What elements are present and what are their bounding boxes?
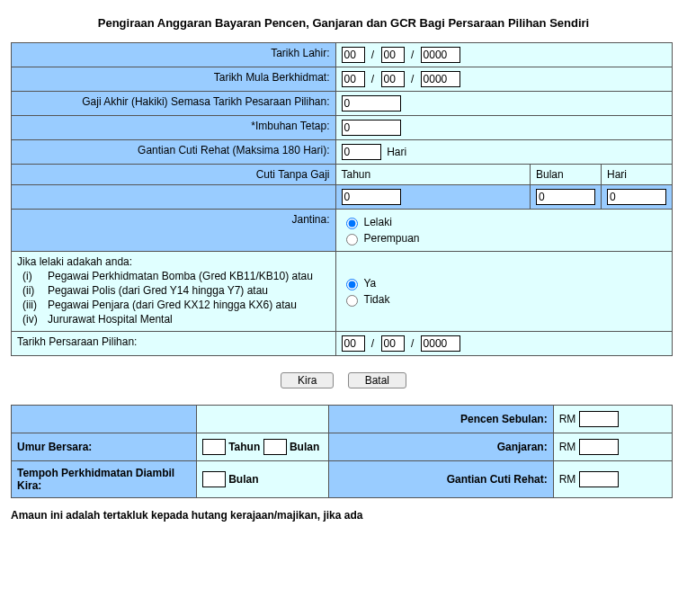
- date-separator: /: [411, 49, 414, 61]
- service-start-day-input[interactable]: [342, 71, 365, 87]
- umur-bulan-output: [263, 439, 287, 455]
- service-start-year-input[interactable]: [421, 71, 460, 87]
- result-ganjaran-output: [579, 439, 619, 455]
- result-label-umur: Umur Bersara:: [12, 433, 197, 461]
- label-cuti-tanpa-gaji: Cuti Tanpa Gaji: [12, 165, 336, 185]
- result-label-pencen: Pencen Sebulan:: [328, 406, 553, 433]
- date-separator: /: [371, 337, 374, 350]
- label-tarikh-lahir: Tarikh Lahir:: [12, 43, 336, 67]
- radio-tidak[interactable]: [346, 295, 358, 307]
- radio-tidak-label: Tidak: [364, 293, 390, 306]
- radio-ya-label: Ya: [364, 277, 377, 290]
- footer-note: Amaun ini adalah tertakluk kepada hutang…: [11, 509, 676, 522]
- cat-2: Pegawai Polis (dari Gred Y14 hingga Y7) …: [48, 284, 268, 297]
- unit-bulan: Bulan: [228, 473, 258, 486]
- label-gcr: Gantian Cuti Rehat (Maksima 180 Hari):: [12, 140, 336, 165]
- ctg-bulan-input[interactable]: [536, 189, 595, 205]
- retire-month-input[interactable]: [381, 335, 405, 352]
- unit-tahun: Tahun: [228, 441, 260, 453]
- label-tarikh-persaraan: Tarikh Persaraan Pilihan:: [12, 332, 336, 356]
- results-table: Pencen Sebulan: RM Umur Bersara: Tahun B…: [11, 405, 673, 498]
- dob-day-input[interactable]: [342, 47, 365, 63]
- lelaki-question-cell: Jika lelaki adakah anda: (i)Pegawai Perk…: [12, 252, 336, 332]
- radio-ya[interactable]: [346, 279, 358, 290]
- result-gcr-output: [579, 471, 619, 487]
- cat-3: Pegawai Penjara (dari Gred KX12 hingga K…: [48, 299, 297, 311]
- batal-button[interactable]: Batal: [348, 372, 406, 388]
- service-start-month-input[interactable]: [381, 71, 405, 87]
- retire-year-input[interactable]: [421, 335, 460, 352]
- rm-label: RM: [559, 473, 576, 486]
- dob-month-input[interactable]: [381, 47, 405, 63]
- cat-4: Jururawat Hospital Mental: [48, 313, 173, 326]
- kira-button[interactable]: Kira: [281, 372, 334, 388]
- unit-bulan: Bulan: [290, 441, 319, 453]
- list-num: (iii): [22, 299, 48, 311]
- result-label-ganjaran: Ganjaran:: [328, 433, 553, 461]
- ctg-hari-input[interactable]: [607, 189, 666, 205]
- unit-hari: Hari: [387, 146, 406, 158]
- gcr-days-input[interactable]: [342, 144, 381, 160]
- page-title: Pengiraan Anggaran Bayaran Pencen, Ganja…: [11, 16, 676, 30]
- input-form-table: Tarikh Lahir: / / Tarikh Mula Berkhidmat…: [11, 42, 673, 356]
- result-label-tempoh: Tempoh Perkhidmatan Diambil Kira:: [12, 461, 197, 498]
- umur-tahun-output: [202, 439, 226, 455]
- header-hari: Hari: [601, 165, 672, 185]
- radio-perempuan[interactable]: [346, 234, 358, 246]
- radio-lelaki-label: Lelaki: [364, 216, 392, 228]
- list-num: (iv): [22, 313, 48, 326]
- cat-1: Pegawai Perkhidmatan Bomba (Gred KB11/KB…: [48, 270, 313, 282]
- result-label-gcr: Gantian Cuti Rehat:: [328, 461, 553, 498]
- label-tarikh-mula: Tarikh Mula Berkhidmat:: [12, 67, 336, 92]
- rm-label: RM: [559, 413, 576, 425]
- dob-year-input[interactable]: [421, 47, 460, 63]
- date-separator: /: [411, 73, 414, 85]
- date-separator: /: [371, 73, 374, 85]
- empty-cell: [196, 406, 328, 433]
- header-tahun: Tahun: [335, 165, 530, 185]
- radio-perempuan-label: Perempuan: [364, 232, 420, 245]
- imbuhan-input[interactable]: [342, 120, 401, 136]
- lelaki-question: Jika lelaki adakah anda:: [17, 255, 330, 268]
- tempoh-bulan-output: [202, 471, 226, 487]
- radio-lelaki[interactable]: [346, 218, 358, 229]
- list-num: (i): [22, 270, 48, 282]
- header-bulan: Bulan: [530, 165, 601, 185]
- retire-day-input[interactable]: [342, 335, 365, 352]
- empty-cell: [12, 406, 197, 433]
- label-gaji-akhir: Gaji Akhir (Hakiki) Semasa Tarikh Pesara…: [12, 92, 336, 116]
- date-separator: /: [371, 49, 374, 61]
- label-imbuhan: *Imbuhan Tetap:: [12, 116, 336, 140]
- list-num: (ii): [22, 284, 48, 297]
- gaji-akhir-input[interactable]: [342, 95, 401, 112]
- ctg-tahun-input[interactable]: [342, 189, 401, 205]
- empty-label: [12, 185, 336, 210]
- rm-label: RM: [559, 441, 576, 453]
- date-separator: /: [411, 337, 414, 350]
- result-pencen-output: [579, 411, 619, 427]
- button-row: Kira Batal: [11, 372, 676, 388]
- label-jantina: Jantina:: [12, 210, 336, 252]
